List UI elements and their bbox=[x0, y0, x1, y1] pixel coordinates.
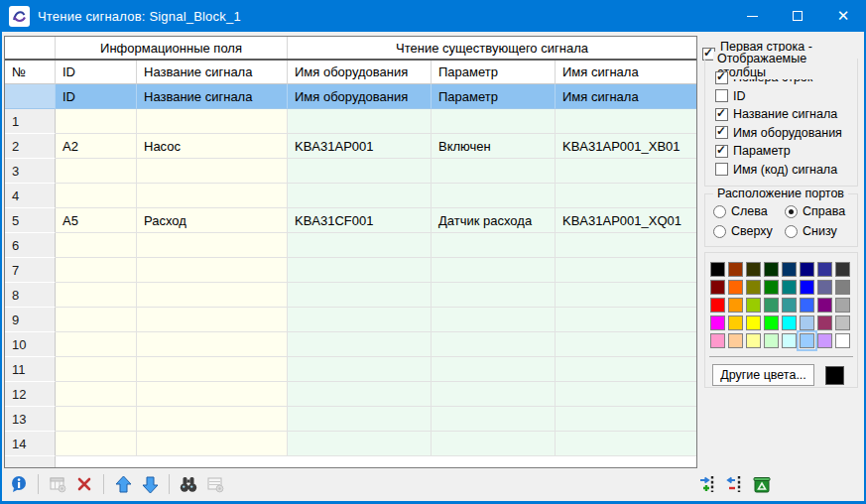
move-down-icon[interactable] bbox=[140, 474, 160, 494]
column-checkbox[interactable]: ID bbox=[715, 89, 857, 103]
table-cell[interactable] bbox=[556, 184, 696, 208]
table-cell[interactable] bbox=[137, 258, 288, 283]
table-cell[interactable]: Имя сигнала bbox=[556, 84, 696, 109]
port-radio[interactable]: Слева bbox=[713, 204, 785, 218]
table-cell[interactable] bbox=[56, 332, 137, 357]
table-cell[interactable] bbox=[432, 109, 556, 134]
table-row[interactable]: 13 bbox=[5, 407, 696, 432]
color-swatch[interactable] bbox=[782, 333, 797, 348]
table-cell[interactable]: KBA31AP001_XQ01 bbox=[556, 208, 696, 233]
close-button[interactable]: ✕ bbox=[820, 0, 866, 32]
table-cell[interactable]: Название сигнала bbox=[137, 84, 288, 109]
color-swatch[interactable] bbox=[800, 315, 814, 330]
table-cell[interactable]: 12 bbox=[5, 382, 56, 407]
table-cell[interactable]: 4 bbox=[5, 184, 56, 208]
table-row[interactable]: 11 bbox=[5, 357, 696, 382]
table-cell[interactable] bbox=[556, 159, 696, 184]
info-icon[interactable] bbox=[9, 474, 29, 494]
more-colors-button[interactable]: Другие цвета... bbox=[712, 364, 814, 386]
table-cell[interactable] bbox=[137, 184, 288, 208]
color-swatch[interactable] bbox=[800, 298, 814, 313]
table-cell[interactable]: Включен bbox=[432, 134, 556, 159]
table-cell[interactable] bbox=[56, 407, 137, 432]
color-swatch[interactable] bbox=[728, 262, 743, 277]
color-swatch[interactable] bbox=[817, 280, 832, 295]
port-radio[interactable]: Сверху bbox=[713, 224, 785, 238]
table-cell[interactable]: Параметр bbox=[432, 84, 556, 109]
table-cell[interactable] bbox=[432, 407, 556, 432]
table-cell[interactable]: 9 bbox=[5, 308, 56, 332]
table-cell[interactable] bbox=[288, 432, 432, 456]
color-swatch[interactable] bbox=[746, 280, 761, 295]
color-swatch[interactable] bbox=[728, 298, 743, 313]
table-cell[interactable] bbox=[432, 159, 556, 184]
table-cell[interactable] bbox=[56, 382, 137, 407]
table-cell[interactable] bbox=[137, 357, 288, 382]
table-cell[interactable] bbox=[137, 283, 288, 308]
color-swatch[interactable] bbox=[782, 262, 797, 277]
table-cell[interactable] bbox=[288, 332, 432, 357]
table-cell[interactable]: 2 bbox=[5, 134, 56, 159]
table-cell[interactable]: Датчик расхода bbox=[432, 208, 556, 233]
delete-icon[interactable] bbox=[74, 474, 94, 494]
table-cell[interactable] bbox=[288, 233, 432, 258]
table-cell[interactable]: A5 bbox=[56, 208, 137, 233]
table-cell[interactable] bbox=[288, 283, 432, 308]
column-checkbox[interactable]: Параметр bbox=[715, 144, 857, 158]
table-cell[interactable] bbox=[556, 432, 696, 456]
table-cell[interactable] bbox=[56, 258, 137, 283]
color-swatch[interactable] bbox=[710, 280, 725, 295]
table-cell[interactable] bbox=[432, 233, 556, 258]
table-cell[interactable] bbox=[56, 233, 137, 258]
table-cell[interactable] bbox=[556, 382, 696, 407]
color-swatch[interactable] bbox=[746, 333, 761, 348]
table-cell[interactable] bbox=[556, 332, 696, 357]
table-cell[interactable]: 13 bbox=[5, 407, 56, 432]
table-row[interactable]: 2A2НасосKBA31AP001ВключенKBA31AP001_XB01 bbox=[5, 134, 696, 159]
table-cell[interactable] bbox=[56, 432, 137, 456]
table-row[interactable]: 5A5РасходKBA31CF001Датчик расходаKBA31AP… bbox=[5, 208, 696, 233]
color-swatch[interactable] bbox=[835, 280, 850, 295]
table-row[interactable]: 8 bbox=[5, 283, 696, 308]
table-cell[interactable] bbox=[137, 332, 288, 357]
table-row[interactable]: 9 bbox=[5, 308, 696, 332]
table-cell[interactable] bbox=[137, 233, 288, 258]
table-cell[interactable] bbox=[432, 357, 556, 382]
color-swatch[interactable] bbox=[817, 333, 832, 348]
color-swatch[interactable] bbox=[782, 280, 797, 295]
minimize-button[interactable] bbox=[729, 0, 775, 32]
color-swatch[interactable] bbox=[800, 333, 814, 348]
table-cell[interactable] bbox=[432, 258, 556, 283]
port-radio[interactable]: Снизу bbox=[785, 224, 856, 238]
color-swatch[interactable] bbox=[728, 315, 743, 330]
table-cell[interactable] bbox=[432, 184, 556, 208]
table-row[interactable]: 10 bbox=[5, 332, 696, 357]
recycle-bin-icon[interactable] bbox=[752, 474, 772, 494]
table-cell[interactable] bbox=[556, 308, 696, 332]
column-checkbox[interactable]: Имя (код) сигнала bbox=[715, 163, 857, 177]
table-cell[interactable]: A2 bbox=[56, 134, 137, 159]
table-cell[interactable] bbox=[288, 382, 432, 407]
table-row[interactable]: 4 bbox=[5, 184, 696, 208]
table-row-selected[interactable]: IDНазвание сигналаИмя оборудованияПараме… bbox=[5, 84, 696, 109]
table-cell[interactable] bbox=[288, 407, 432, 432]
color-swatch[interactable] bbox=[800, 280, 814, 295]
color-swatch[interactable] bbox=[764, 315, 779, 330]
color-swatch[interactable] bbox=[835, 333, 850, 348]
table-cell[interactable]: KBA31AP001 bbox=[288, 134, 432, 159]
table-cell[interactable]: 14 bbox=[5, 432, 56, 456]
table-cell[interactable]: 1 bbox=[5, 109, 56, 134]
table-cell[interactable]: 3 bbox=[5, 159, 56, 184]
table-cell[interactable] bbox=[56, 283, 137, 308]
table-cell[interactable] bbox=[556, 283, 696, 308]
table-cell[interactable]: ID bbox=[56, 84, 137, 109]
color-swatch[interactable] bbox=[728, 280, 743, 295]
table-cell[interactable] bbox=[137, 382, 288, 407]
table-cell[interactable] bbox=[556, 109, 696, 134]
add-port-icon[interactable] bbox=[698, 474, 718, 494]
color-swatch[interactable] bbox=[764, 298, 779, 313]
color-swatch[interactable] bbox=[817, 298, 832, 313]
table-cell[interactable]: 8 bbox=[5, 283, 56, 308]
table-cell[interactable] bbox=[432, 432, 556, 456]
color-swatch[interactable] bbox=[746, 262, 761, 277]
